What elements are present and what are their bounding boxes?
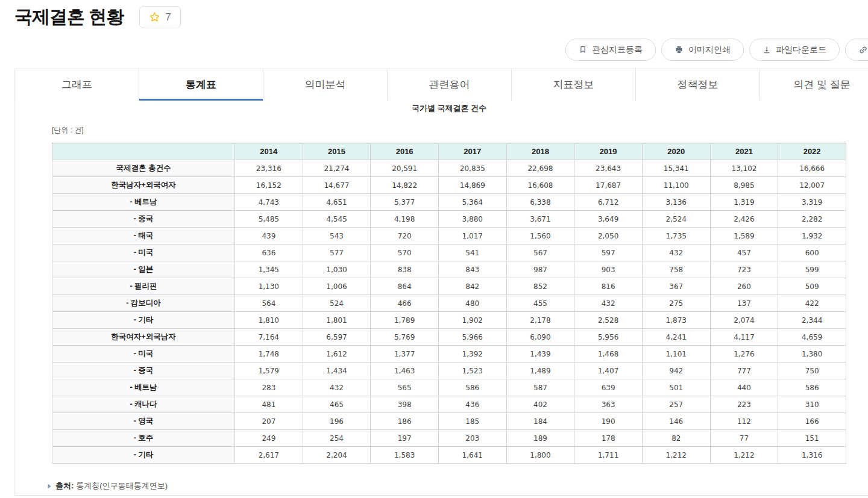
table-cell: 465 [303, 396, 371, 413]
table-cell: 257 [642, 396, 710, 413]
table-cell: 586 [778, 379, 846, 396]
table-row: 한국남자+외국여자16,15214,67714,82214,86916,6081… [52, 177, 846, 194]
print-image-button[interactable]: 이미지인쇄 [661, 39, 744, 61]
table-cell: 6,597 [303, 329, 371, 346]
table-cell: 7,164 [235, 329, 303, 346]
tab-related-terms[interactable]: 관련용어 [387, 69, 511, 101]
table-cell: 137 [710, 295, 778, 312]
table-row: - 영국207196186185184190146112166 [52, 413, 846, 430]
action-label: 파일다운로드 [776, 45, 826, 55]
table-cell: 21,274 [303, 160, 371, 177]
favorite-button[interactable]: 7 [139, 6, 180, 28]
table-cell: 20,591 [371, 160, 439, 177]
year-column-header: 2020 [642, 143, 710, 160]
table-cell: 11,100 [642, 177, 710, 194]
row-label: - 미국 [52, 346, 235, 363]
table-row: - 일본1,3451,030838843987903758723599 [52, 261, 846, 278]
tab-graph[interactable]: 그래프 [14, 69, 139, 101]
table-row: - 필리핀1,1301,006864842852816367260509 [52, 278, 846, 295]
table-cell: 1,316 [778, 447, 846, 464]
table-cell: 197 [371, 430, 439, 447]
row-label: - 기타 [52, 312, 235, 329]
table-cell: 2,617 [235, 447, 303, 464]
row-label: - 필리핀 [52, 278, 235, 295]
table-cell: 600 [778, 244, 846, 261]
copy-url-button[interactable]: URL복사 [845, 39, 868, 61]
row-label: - 미국 [52, 244, 235, 261]
table-cell: 2,074 [710, 312, 778, 329]
year-column-header: 2015 [303, 143, 371, 160]
table-cell: 3,319 [778, 194, 846, 211]
table-cell: 1,523 [438, 363, 506, 379]
tab-meaning-analysis[interactable]: 의미분석 [263, 69, 387, 101]
table-cell: 23,316 [235, 160, 303, 177]
table-cell: 6,090 [506, 329, 574, 346]
table-cell: 3,880 [438, 211, 506, 228]
table-cell: 3,136 [642, 194, 710, 211]
file-download-button[interactable]: 파일다운로드 [749, 39, 840, 61]
table-row: 한국여자+외국남자7,1646,5975,7695,9666,0905,9564… [52, 329, 846, 346]
statistics-table: 201420152016201720182019202020212022 국제결… [52, 143, 846, 464]
table-cell: 151 [778, 430, 846, 447]
table-cell: 6,712 [574, 194, 643, 211]
table-cell: 1,932 [778, 228, 846, 244]
table-cell: 455 [506, 295, 574, 312]
table-cell: 1,810 [235, 312, 303, 329]
tab-opinions-questions[interactable]: 의견 및 질문 [760, 69, 868, 101]
table-cell: 480 [438, 295, 506, 312]
year-column-header: 2014 [235, 143, 303, 160]
tab-policy-info[interactable]: 정책정보 [635, 69, 760, 101]
table-cell: 1,006 [303, 278, 371, 295]
table-cell: 367 [642, 278, 710, 295]
table-cell: 12,007 [778, 177, 846, 194]
table-cell: 14,677 [303, 177, 371, 194]
row-label: - 태국 [52, 228, 235, 244]
table-cell: 501 [642, 379, 710, 396]
table-cell: 720 [371, 228, 439, 244]
table-cell: 20,835 [438, 160, 506, 177]
tab-statistics-table[interactable]: 통계표 [139, 69, 263, 101]
table-cell: 577 [303, 244, 371, 261]
table-row: - 미국1,7481,6121,3771,3921,4391,4681,1011… [52, 346, 846, 363]
table-cell: 5,377 [371, 194, 439, 211]
table-cell: 1,800 [506, 447, 574, 464]
table-cell: 524 [303, 295, 371, 312]
table-cell: 1,276 [710, 346, 778, 363]
row-label: - 영국 [52, 413, 235, 430]
table-cell: 432 [642, 244, 710, 261]
table-cell: 4,545 [303, 211, 371, 228]
table-row: - 호주2492541972031891788277151 [52, 430, 846, 447]
table-row: - 기타1,8101,8011,7891,9022,1782,5281,8732… [52, 312, 846, 329]
register-interest-button[interactable]: 관심지표등록 [565, 39, 656, 61]
row-label: - 일본 [52, 261, 235, 278]
table-cell: 254 [303, 430, 371, 447]
table-cell: 2,528 [574, 312, 643, 329]
corner-cell [52, 143, 235, 160]
table-cell: 1,735 [642, 228, 710, 244]
table-cell: 2,050 [574, 228, 643, 244]
table-cell: 4,241 [642, 329, 710, 346]
table-cell: 816 [574, 278, 643, 295]
table-cell: 1,612 [303, 346, 371, 363]
table-cell: 15,341 [642, 160, 710, 177]
table-cell: 398 [371, 396, 439, 413]
table-cell: 2,524 [642, 211, 710, 228]
table-cell: 1,030 [303, 261, 371, 278]
star-icon [149, 11, 160, 23]
table-cell: 1,101 [642, 346, 710, 363]
table-cell: 5,956 [574, 329, 643, 346]
row-label: - 호주 [52, 430, 235, 447]
table-cell: 363 [574, 396, 643, 413]
table-cell: 166 [778, 413, 846, 430]
table-cell: 422 [778, 295, 846, 312]
table-cell: 1,407 [574, 363, 643, 379]
table-cell: 6,338 [506, 194, 574, 211]
table-cell: 466 [371, 295, 439, 312]
table-cell: 1,439 [506, 346, 574, 363]
table-cell: 77 [710, 430, 778, 447]
table-cell: 1,560 [506, 228, 574, 244]
table-cell: 1,579 [235, 363, 303, 379]
table-cell: 4,198 [371, 211, 439, 228]
tab-indicator-info[interactable]: 지표정보 [511, 69, 635, 101]
table-cell: 440 [710, 379, 778, 396]
